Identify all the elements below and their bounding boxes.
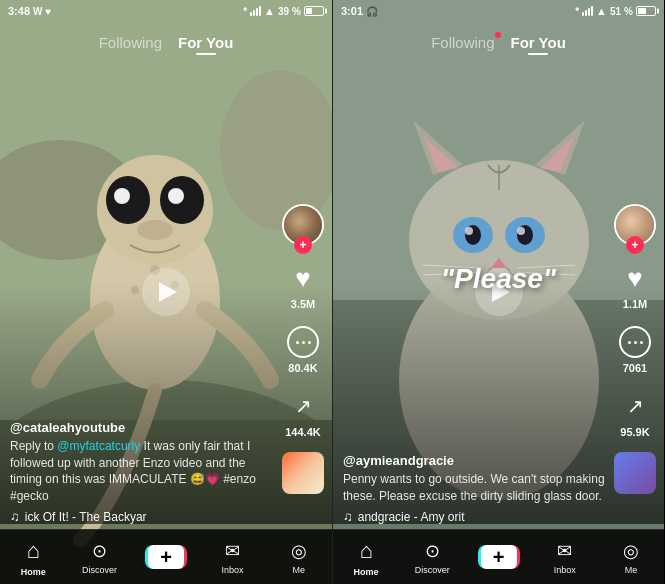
bluetooth-icon: * [243, 6, 247, 17]
share-action[interactable]: ↗ 144.4K [285, 388, 321, 438]
music-title-cat: andgracie - Amy orit [358, 510, 465, 524]
dot3 [308, 341, 311, 344]
nav-home[interactable]: ⌂ Home [0, 538, 66, 577]
status-bar-cat: 3:01 🎧 * ▲ 51% [333, 0, 664, 22]
signal-bar-2 [253, 10, 255, 16]
screen-cat: 3:01 🎧 * ▲ 51% Following For You "Please… [332, 0, 664, 584]
battery-pct-symbol: % [292, 6, 301, 17]
wifi-icon: ▲ [264, 5, 275, 17]
plus-button-cat[interactable]: + [478, 545, 520, 569]
reply-target[interactable]: @myfatcatcurly [57, 439, 140, 453]
battery-icon-cat [636, 6, 656, 16]
home-label-cat: Home [354, 567, 379, 577]
dot2-cat [634, 341, 637, 344]
share-count: 144.4K [285, 426, 320, 438]
nav-create-cat[interactable]: + [465, 545, 531, 569]
signal-bar-4 [259, 6, 261, 16]
status-right-cat: * ▲ 51% [575, 5, 656, 17]
status-left: 3:48 W ♥ [8, 5, 51, 17]
signal-bars-cat [582, 6, 593, 16]
battery-pct-symbol-cat: % [624, 6, 633, 17]
me-label-cat: Me [625, 565, 638, 575]
like-icon: ♥ [285, 260, 321, 296]
music-cover-art [282, 452, 324, 494]
plus-icon-cat: + [481, 545, 517, 569]
notification-dot [495, 32, 501, 38]
battery-pct-cat: 51 [610, 6, 621, 17]
discover-label: Discover [82, 565, 117, 575]
battery-icon [304, 6, 324, 16]
discover-label-cat: Discover [415, 565, 450, 575]
home-icon-cat: ⌂ [359, 538, 372, 564]
comment-action[interactable]: 80.4K [285, 324, 321, 374]
nav-home-cat[interactable]: ⌂ Home [333, 538, 399, 577]
nav-me-cat[interactable]: ◎ Me [598, 540, 664, 575]
me-label: Me [293, 565, 306, 575]
like-icon-cat: ♥ [617, 260, 653, 296]
signal-bars [250, 6, 261, 16]
time: 3:48 [8, 5, 30, 17]
plus-icon: + [148, 545, 184, 569]
dot2 [302, 341, 305, 344]
signal-bar-1 [250, 12, 252, 16]
music-row-cat: ♫ andgracie - Amy orit [343, 509, 609, 524]
status-right: * ▲ 39% [243, 5, 324, 17]
battery-fill [306, 8, 312, 14]
nav-for-you[interactable]: For You [178, 34, 233, 51]
plus-button[interactable]: + [145, 545, 187, 569]
creator-avatar[interactable]: + [282, 204, 324, 246]
time-cat: 3:01 [341, 5, 363, 17]
home-icon: ⌂ [27, 538, 40, 564]
music-cover-cat [614, 452, 656, 494]
app-icon: W ♥ [33, 6, 51, 17]
nav-for-you-cat[interactable]: For You [511, 34, 566, 51]
battery-pct: 39 [278, 6, 289, 17]
share-icon-cat: ↗ [617, 388, 653, 424]
comment-icon [285, 324, 321, 360]
nav-inbox[interactable]: ✉ Inbox [199, 540, 265, 575]
creator-username-cat[interactable]: @aymieandgracie [343, 453, 609, 468]
comment-bubble [287, 326, 319, 358]
share-action-cat[interactable]: ↗ 95.9K [617, 388, 653, 438]
creator-avatar-cat[interactable]: + [614, 204, 656, 246]
nav-discover[interactable]: ⊙ Discover [66, 540, 132, 575]
right-actions-cat: + ♥ 1.1M 7061 ↗ 95.9K [614, 204, 656, 494]
share-icon: ↗ [285, 388, 321, 424]
bluetooth-icon-cat: * [575, 6, 579, 17]
nav-discover-cat[interactable]: ⊙ Discover [399, 540, 465, 575]
music-note-icon-cat: ♫ [343, 509, 353, 524]
bottom-nav-cat: ⌂ Home ⊙ Discover + ✉ Inbox ◎ Me [333, 529, 664, 584]
bottom-info-cat: @aymieandgracie Penny wants to go outsid… [343, 453, 609, 524]
reply-label: Reply to [10, 439, 57, 453]
bottom-info: @cataleahyoutube Reply to @myfatcatcurly… [10, 420, 277, 524]
follow-button[interactable]: + [294, 236, 312, 254]
like-count-cat: 1.1M [623, 298, 647, 310]
signal-bar-2 [585, 10, 587, 16]
music-cover-art-cat [614, 452, 656, 494]
comment-action-cat[interactable]: 7061 [617, 324, 653, 374]
me-icon-cat: ◎ [623, 540, 639, 562]
share-count-cat: 95.9K [620, 426, 649, 438]
inbox-label-cat: Inbox [554, 565, 576, 575]
discover-icon: ⊙ [92, 540, 107, 562]
nav-me[interactable]: ◎ Me [266, 540, 332, 575]
caption-cat: Penny wants to go outside. We can't stop… [343, 471, 609, 505]
nav-create[interactable]: + [133, 545, 199, 569]
music-cover [282, 452, 324, 494]
play-button[interactable] [142, 268, 190, 316]
wifi-icon-cat: ▲ [596, 5, 607, 17]
like-action-cat[interactable]: ♥ 1.1M [617, 260, 653, 310]
comment-count-cat: 7061 [623, 362, 647, 374]
inbox-label: Inbox [221, 565, 243, 575]
comment-bubble-cat [619, 326, 651, 358]
follow-button-cat[interactable]: + [626, 236, 644, 254]
screen-gecko: 3:48 W ♥ * ▲ 39% Following For You [0, 0, 332, 584]
bottom-nav: ⌂ Home ⊙ Discover + ✉ Inbox ◎ Me [0, 529, 332, 584]
creator-username[interactable]: @cataleahyoutube [10, 420, 277, 435]
caption: Reply to @myfatcatcurly It was only fair… [10, 438, 277, 505]
nav-inbox-cat[interactable]: ✉ Inbox [532, 540, 598, 575]
nav-following-cat[interactable]: Following [431, 34, 494, 51]
like-action[interactable]: ♥ 3.5M [285, 260, 321, 310]
nav-following[interactable]: Following [99, 34, 162, 51]
signal-bar-3 [256, 8, 258, 16]
